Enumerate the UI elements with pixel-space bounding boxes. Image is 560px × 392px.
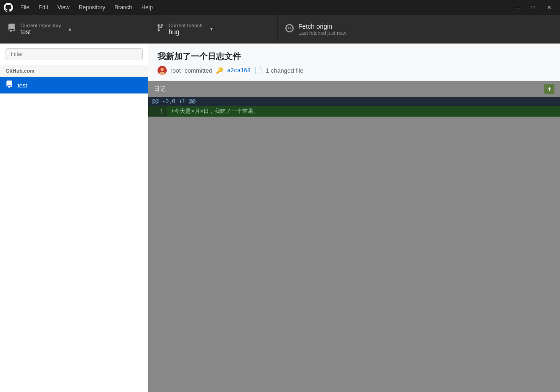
repo-list-item-test[interactable]: test <box>0 77 148 93</box>
toolbar: Current repository test ▲ Current branch… <box>0 15 560 44</box>
current-repo-section[interactable]: Current repository test ▲ <box>0 15 148 43</box>
filter-area <box>0 44 148 65</box>
diff-hunk-header: @@ -0,0 +1 @@ <box>148 97 560 106</box>
titlebar: File Edit View Repository Branch Help — … <box>0 0 560 15</box>
maximize-button[interactable]: □ <box>526 2 541 13</box>
titlebar-left: File Edit View Repository Branch Help <box>4 2 157 12</box>
avatar-icon <box>157 66 167 75</box>
diff-file-header[interactable]: 日记 + <box>148 81 560 97</box>
current-branch-section[interactable]: Current branch bug ▼ <box>148 15 278 43</box>
commit-author-avatar <box>157 66 167 75</box>
repo-dropdown-arrow-icon: ▲ <box>68 26 72 31</box>
commit-meta: root committed 🔑 a2ca168 📄 1 changed fil… <box>157 66 551 75</box>
menu-file[interactable]: File <box>17 2 33 12</box>
diff-area: 日记 + @@ -0,0 +1 @@ 1 +今天是×月×日，我吃了一个苹果。 <box>148 81 560 392</box>
minimize-button[interactable]: — <box>510 2 525 13</box>
diff-table: @@ -0,0 +1 @@ 1 +今天是×月×日，我吃了一个苹果。 <box>148 97 560 117</box>
branch-dropdown-arrow-icon: ▼ <box>209 26 214 31</box>
sidebar: GitHub.com test <box>0 44 148 392</box>
menu-view[interactable]: View <box>54 2 73 12</box>
branch-icon <box>156 24 164 34</box>
branch-value: bug <box>169 28 202 36</box>
menu-edit[interactable]: Edit <box>35 2 52 12</box>
repo-icon <box>7 24 16 34</box>
diff-line-num-right: 1 <box>156 106 167 117</box>
commit-header: 我新加了一个日志文件 root committed 🔑 a2ca168 📄 <box>148 44 560 81</box>
menu-repository[interactable]: Repository <box>75 2 109 12</box>
diff-hunk-row: @@ -0,0 +1 @@ <box>148 97 560 106</box>
svg-point-1 <box>161 68 164 71</box>
repo-value: test <box>20 28 61 36</box>
changed-files-count: 1 changed file <box>266 67 303 74</box>
commit-hash: a2ca168 <box>227 67 251 74</box>
main-content: GitHub.com test 我新加了一个日志文件 <box>0 44 560 392</box>
diff-line-content: +今天是×月×日，我吃了一个苹果。 <box>167 106 560 117</box>
menu-branch[interactable]: Branch <box>111 2 136 12</box>
github-section-header: GitHub.com <box>0 65 148 77</box>
repo-item-icon <box>6 81 13 90</box>
fetch-sublabel: Last fetched just now <box>298 30 346 36</box>
fetch-text: Fetch origin Last fetched just now <box>298 23 346 36</box>
diff-file-name: 日记 <box>154 85 166 93</box>
branch-label: Current branch <box>169 23 202 28</box>
diff-line-num-left <box>148 106 156 117</box>
filter-input[interactable] <box>6 48 143 60</box>
content-area: 我新加了一个日志文件 root committed 🔑 a2ca168 📄 <box>148 44 560 392</box>
branch-text: Current branch bug <box>169 23 202 36</box>
close-button[interactable]: ✕ <box>541 2 556 13</box>
github-logo-icon <box>4 3 13 12</box>
commit-message: 我新加了一个日志文件 <box>157 51 551 62</box>
menu-items: File Edit View Repository Branch Help <box>17 2 157 12</box>
commit-hash-icon: 🔑 <box>216 67 223 74</box>
commit-author: root <box>170 67 181 74</box>
repo-label: Current repository <box>20 23 61 28</box>
changed-file-icon: 📄 <box>254 67 262 74</box>
diff-line-row: 1 +今天是×月×日，我吃了一个苹果。 <box>148 106 560 117</box>
fetch-icon <box>285 24 294 34</box>
window-controls: — □ ✕ <box>510 2 556 13</box>
repo-item-name: test <box>18 82 27 89</box>
fetch-label: Fetch origin <box>298 23 346 30</box>
diff-expand-icon[interactable]: + <box>544 84 554 94</box>
repo-text: Current repository test <box>20 23 61 36</box>
menu-help[interactable]: Help <box>138 2 157 12</box>
commit-action: committed <box>184 67 212 74</box>
fetch-origin-section[interactable]: Fetch origin Last fetched just now <box>278 15 560 43</box>
